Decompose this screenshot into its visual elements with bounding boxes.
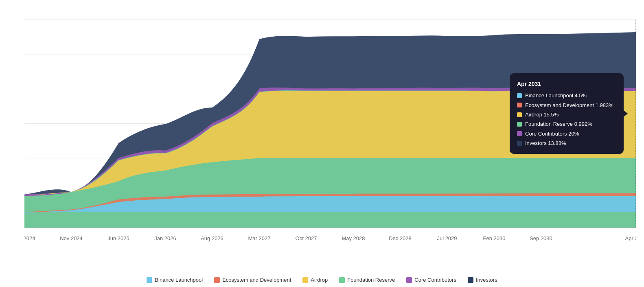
legend-label-core: Core Contributors — [414, 277, 456, 283]
legend-item-ecosystem: Ecosystem and Development — [214, 277, 291, 283]
svg-text:May 2028: May 2028 — [342, 235, 365, 241]
svg-text:Nov 2024: Nov 2024 — [60, 235, 83, 241]
svg-text:Jul 2029: Jul 2029 — [437, 235, 457, 241]
legend-label-launchpool: Binance Launchpool — [155, 277, 203, 283]
svg-text:Dec 2028: Dec 2028 — [389, 235, 412, 241]
svg-text:Apr 2024: Apr 2024 — [24, 235, 35, 241]
legend-label-ecosystem: Ecosystem and Development — [222, 277, 291, 283]
chart-area: 0% 10% 20% 30% 40% 50% 60% Apr 2024 Nov … — [24, 8, 636, 246]
main-chart-svg: 0% 10% 20% 30% 40% 50% 60% Apr 2024 Nov … — [24, 8, 636, 246]
legend-swatch-airdrop — [302, 277, 308, 283]
svg-text:Feb 2030: Feb 2030 — [483, 235, 506, 241]
chart-legend: Binance Launchpool Ecosystem and Develop… — [0, 277, 644, 283]
legend-swatch-ecosystem — [214, 277, 220, 283]
legend-label-airdrop: Airdrop — [311, 277, 328, 283]
svg-text:Jun 2025: Jun 2025 — [107, 235, 129, 241]
svg-text:Oct 2027: Oct 2027 — [296, 235, 317, 241]
legend-item-launchpool: Binance Launchpool — [147, 277, 203, 283]
legend-item-airdrop: Airdrop — [302, 277, 328, 283]
legend-item-investors: Investors — [468, 277, 497, 283]
svg-text:Mar 2027: Mar 2027 — [248, 235, 271, 241]
svg-text:Apr 2031: Apr 2031 — [625, 235, 636, 241]
legend-swatch-foundation — [339, 277, 345, 283]
legend-label-investors: Investors — [476, 277, 497, 283]
svg-text:Aug 2026: Aug 2026 — [201, 235, 223, 241]
legend-swatch-core — [406, 277, 412, 283]
legend-item-core: Core Contributors — [406, 277, 456, 283]
svg-text:Jan 2026: Jan 2026 — [154, 235, 176, 241]
chart-container: 0% 10% 20% 30% 40% 50% 60% Apr 2024 Nov … — [0, 0, 644, 287]
legend-label-foundation: Foundation Reserve — [347, 277, 395, 283]
legend-swatch-investors — [468, 277, 473, 283]
legend-item-foundation: Foundation Reserve — [339, 277, 395, 283]
legend-swatch-launchpool — [147, 277, 152, 283]
svg-text:Sep 2030: Sep 2030 — [530, 235, 552, 241]
